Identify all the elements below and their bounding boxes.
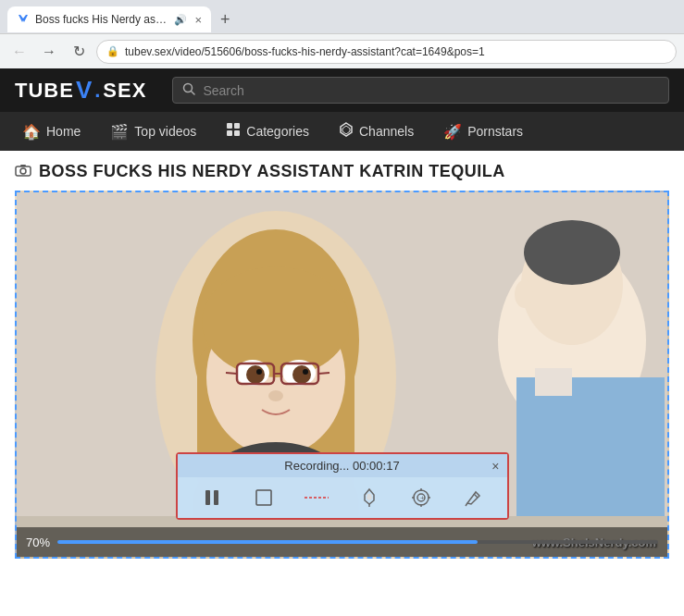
tab-title: Boss fucks His Nerdy assista bbox=[35, 13, 168, 26]
video-title-bar: BOSS FUCKS HIS NERDY ASSISTANT KATRIN TE… bbox=[15, 162, 669, 181]
site-header: TUBE V . SEX 🏠 Home 🎬 Top videos bbox=[0, 68, 684, 151]
nav-label-pornstars: Pornstars bbox=[467, 124, 523, 139]
recording-pause-button[interactable] bbox=[199, 485, 225, 511]
nav-label-top-videos: Top videos bbox=[134, 124, 196, 139]
svg-line-29 bbox=[318, 373, 330, 374]
site-logo: TUBE V . SEX bbox=[15, 76, 146, 105]
recording-annotate-button[interactable] bbox=[460, 485, 486, 511]
recording-header: Recording... 00:00:17 × bbox=[178, 454, 507, 477]
progress-percent: 70% bbox=[26, 536, 50, 549]
svg-point-23 bbox=[256, 369, 262, 375]
site-content: BOSS FUCKS HIS NERDY ASSISTANT KATRIN TE… bbox=[0, 151, 684, 559]
svg-rect-42 bbox=[256, 490, 271, 505]
svg-rect-3 bbox=[227, 123, 232, 129]
logo-dot: . bbox=[94, 79, 101, 103]
svg-point-38 bbox=[515, 280, 533, 308]
lock-icon: 🔒 bbox=[106, 45, 119, 57]
tab-close-icon[interactable]: × bbox=[194, 13, 202, 27]
film-icon: 🎬 bbox=[110, 123, 129, 141]
svg-point-18 bbox=[202, 266, 350, 377]
svg-marker-0 bbox=[19, 15, 28, 22]
video-player[interactable]: www.SheIsNerdy.com Recording... 00:00:17… bbox=[15, 191, 669, 559]
svg-rect-37 bbox=[535, 368, 572, 396]
search-input[interactable] bbox=[203, 83, 659, 98]
svg-rect-40 bbox=[205, 490, 210, 505]
recording-stop-button[interactable] bbox=[251, 485, 277, 511]
svg-rect-4 bbox=[234, 123, 240, 129]
logo-sex: SEX bbox=[103, 79, 146, 103]
svg-marker-46 bbox=[367, 494, 372, 500]
recording-marker-button[interactable] bbox=[356, 485, 382, 511]
svg-rect-11 bbox=[20, 165, 26, 166]
svg-text:+: + bbox=[420, 494, 425, 502]
svg-line-55 bbox=[466, 503, 467, 506]
site-search[interactable] bbox=[172, 77, 669, 104]
browser-toolbar: ← → ↻ 🔒 tubev.sex/video/515606/boss-fuck… bbox=[0, 33, 684, 68]
nav-item-home[interactable]: 🏠 Home bbox=[9, 116, 93, 148]
svg-line-2 bbox=[192, 92, 195, 95]
address-text: tubev.sex/video/515606/boss-fucks-his-ne… bbox=[125, 45, 666, 58]
tab-favicon bbox=[17, 13, 30, 26]
video-title: BOSS FUCKS HIS NERDY ASSISTANT KATRIN TE… bbox=[39, 162, 505, 181]
svg-rect-5 bbox=[227, 130, 232, 136]
svg-point-30 bbox=[268, 390, 283, 401]
new-tab-button[interactable]: + bbox=[215, 10, 236, 30]
nav-item-top-videos[interactable]: 🎬 Top videos bbox=[97, 116, 209, 148]
tab-mute-icon[interactable]: 🔊 bbox=[174, 14, 187, 26]
progress-bar-fill bbox=[57, 540, 478, 544]
back-button[interactable]: ← bbox=[7, 40, 31, 64]
site-topbar: TUBE V . SEX bbox=[0, 68, 684, 112]
recording-close-button[interactable]: × bbox=[491, 459, 499, 474]
nav-label-channels: Channels bbox=[359, 124, 414, 139]
rocket-icon: 🚀 bbox=[443, 123, 462, 141]
site-nav: 🏠 Home 🎬 Top videos Categories bbox=[0, 112, 684, 151]
svg-marker-8 bbox=[342, 126, 350, 134]
svg-line-54 bbox=[474, 494, 478, 498]
svg-point-10 bbox=[20, 168, 26, 174]
home-icon: 🏠 bbox=[22, 123, 41, 141]
nav-label-home: Home bbox=[46, 124, 81, 139]
nav-label-categories: Categories bbox=[246, 124, 309, 139]
grid-icon bbox=[226, 122, 241, 141]
channels-icon bbox=[339, 122, 354, 141]
logo-v: V bbox=[76, 76, 93, 105]
progress-bar-background bbox=[57, 540, 658, 544]
refresh-button[interactable]: ↻ bbox=[67, 40, 91, 64]
browser-tab[interactable]: Boss fucks His Nerdy assista 🔊 × bbox=[7, 6, 211, 32]
svg-rect-6 bbox=[234, 130, 240, 136]
svg-rect-41 bbox=[214, 490, 218, 505]
search-icon bbox=[182, 82, 195, 98]
browser-titlebar: Boss fucks His Nerdy assista 🔊 × + bbox=[0, 0, 684, 33]
svg-point-22 bbox=[292, 365, 311, 384]
recording-status: Recording... 00:00:17 bbox=[284, 459, 399, 473]
logo-tube: TUBE bbox=[15, 79, 74, 103]
video-progress-bar[interactable]: 70% bbox=[17, 527, 667, 557]
svg-point-24 bbox=[303, 369, 308, 375]
nav-item-pornstars[interactable]: 🚀 Pornstars bbox=[430, 116, 536, 148]
svg-point-35 bbox=[524, 220, 620, 285]
recording-toolbar: Recording... 00:00:17 × bbox=[176, 452, 509, 520]
forward-button[interactable]: → bbox=[37, 40, 61, 64]
address-bar[interactable]: 🔒 tubev.sex/video/515606/boss-fucks-his-… bbox=[96, 40, 677, 64]
nav-item-categories[interactable]: Categories bbox=[213, 115, 322, 148]
svg-line-28 bbox=[226, 373, 237, 374]
recording-controls: + bbox=[178, 477, 507, 518]
nav-item-channels[interactable]: Channels bbox=[326, 115, 427, 148]
recording-webcam-button[interactable]: + bbox=[408, 485, 434, 511]
camera-icon bbox=[15, 164, 31, 180]
svg-point-21 bbox=[246, 365, 265, 384]
recording-separator bbox=[303, 487, 330, 508]
browser-chrome: Boss fucks His Nerdy assista 🔊 × + ← → ↻… bbox=[0, 0, 684, 68]
